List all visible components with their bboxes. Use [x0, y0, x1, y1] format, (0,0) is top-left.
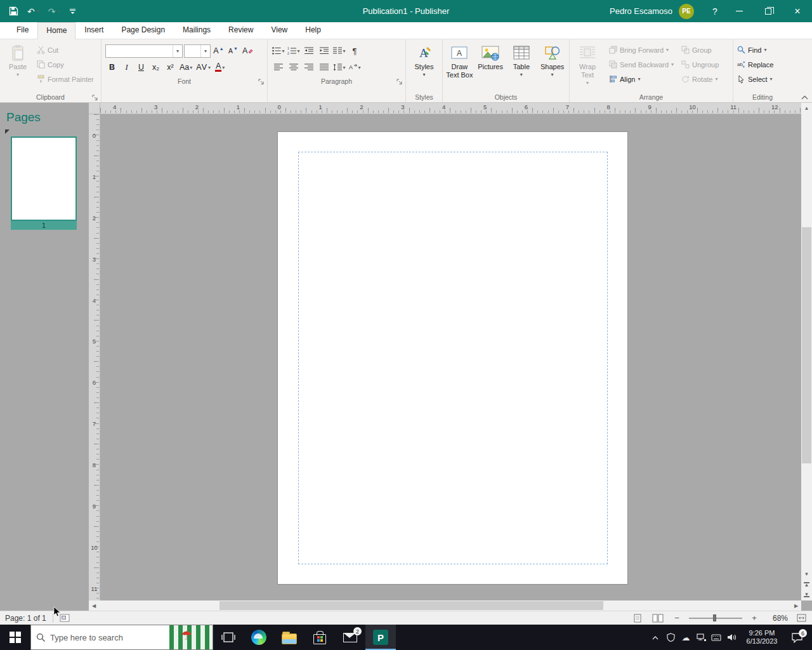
character-spacing-button[interactable]: AV▾: [195, 61, 212, 74]
ribbon-tab[interactable]: File: [8, 22, 37, 39]
zoom-in-button[interactable]: +: [749, 613, 760, 624]
find-button[interactable]: Find▾: [735, 43, 776, 56]
format-painter-button[interactable]: Format Painter: [34, 72, 96, 86]
scroll-left-button[interactable]: ◀: [89, 600, 99, 611]
styles-dropdown-icon[interactable]: ▾: [422, 71, 425, 79]
hidden-icons-chevron[interactable]: [648, 625, 663, 650]
decrease-indent-button[interactable]: [302, 44, 316, 58]
table-dropdown-icon[interactable]: ▾: [520, 71, 523, 79]
increase-indent-button[interactable]: [317, 44, 331, 58]
pages-collapse-arrow[interactable]: [5, 129, 10, 134]
copy-button[interactable]: Copy: [34, 58, 96, 71]
paragraph-dialog-launcher[interactable]: [396, 79, 403, 85]
two-page-spread-view-button[interactable]: [651, 613, 665, 624]
align-left-button[interactable]: [272, 61, 285, 74]
paste-button[interactable]: Paste ▾: [1, 41, 34, 90]
font-name-dropdown-icon[interactable]: ▾: [173, 45, 182, 57]
customize-quick-access-button[interactable]: [69, 8, 76, 15]
restore-button[interactable]: [754, 0, 783, 22]
redo-button[interactable]: ↷▾: [48, 6, 60, 17]
draw-text-box-button[interactable]: A Draw Text Box: [444, 41, 475, 90]
ribbon-tab[interactable]: Page Design: [112, 22, 174, 39]
search-highlight-image[interactable]: ☂: [169, 625, 213, 649]
redo-dropdown-icon[interactable]: ▾: [57, 8, 60, 14]
keyboard-icon[interactable]: [709, 625, 724, 650]
collapse-ribbon-button[interactable]: [801, 95, 808, 100]
underline-button[interactable]: U: [134, 61, 148, 74]
next-page-button[interactable]: ▼: [801, 590, 812, 600]
line-spacing-button[interactable]: ▾: [332, 61, 346, 74]
align-button[interactable]: Align▾: [606, 72, 676, 86]
undo-dropdown-icon[interactable]: ▾: [37, 8, 39, 14]
shapes-button[interactable]: Shapes ▾: [537, 41, 568, 90]
font-color-button[interactable]: A▾: [213, 61, 226, 74]
undo-button[interactable]: ↶▾: [27, 6, 39, 17]
zoom-slider-thumb[interactable]: [713, 614, 716, 621]
special-characters-button[interactable]: ¶: [348, 44, 362, 58]
taskbar-publisher-button[interactable]: P: [365, 625, 396, 650]
pictures-button[interactable]: Pictures: [475, 41, 506, 90]
taskbar-edge-button[interactable]: [244, 625, 274, 650]
ribbon-tab[interactable]: Insert: [75, 22, 112, 39]
bring-forward-button[interactable]: Bring Forward▾: [606, 43, 676, 56]
cut-button[interactable]: Cut: [34, 43, 96, 56]
ribbon-tab[interactable]: Review: [219, 22, 262, 39]
superscript-button[interactable]: x²: [164, 61, 177, 74]
select-button[interactable]: Select▾: [735, 72, 776, 86]
search-input[interactable]: [50, 633, 169, 642]
ribbon-tab[interactable]: Mailings: [174, 22, 219, 39]
taskbar-clock[interactable]: 9:26 PM 6/13/2023: [739, 629, 785, 646]
scroll-up-button[interactable]: ▲: [801, 103, 812, 113]
clear-formatting-button[interactable]: A: [241, 44, 254, 58]
italic-button[interactable]: I: [120, 61, 133, 74]
replace-button[interactable]: ab Replace: [735, 58, 776, 71]
zoom-slider[interactable]: [689, 618, 742, 619]
page-1-thumbnail[interactable]: [11, 136, 77, 221]
close-button[interactable]: ×: [783, 0, 812, 22]
zoom-out-button[interactable]: −: [671, 613, 683, 624]
vertical-scrollbar[interactable]: ▲ ▼ ▲ ▼: [801, 103, 812, 600]
previous-page-button[interactable]: ▲: [801, 579, 812, 590]
text-direction-button[interactable]: A▾: [348, 61, 362, 74]
network-icon[interactable]: [693, 625, 709, 650]
page-indicator[interactable]: Page: 1 of 1: [5, 614, 46, 623]
account-avatar[interactable]: PE: [679, 4, 694, 19]
security-shield-icon[interactable]: [663, 625, 678, 650]
bold-button[interactable]: B: [105, 61, 119, 74]
scroll-down-button[interactable]: ▼: [801, 569, 812, 579]
change-case-button[interactable]: Aa▾: [178, 61, 193, 74]
onedrive-cloud-icon[interactable]: ☁: [678, 625, 693, 650]
page-1-thumbnail-number[interactable]: 1: [11, 221, 77, 230]
shrink-font-button[interactable]: A▼: [226, 44, 240, 58]
numbering-button[interactable]: 12▾: [287, 44, 301, 58]
taskbar-store-button[interactable]: [304, 625, 335, 650]
horizontal-scroll-thumb[interactable]: [219, 601, 603, 610]
taskbar-search[interactable]: ☂: [30, 625, 213, 650]
justify-button[interactable]: [317, 61, 331, 74]
horizontal-scrollbar[interactable]: ◀ ▶: [89, 600, 801, 611]
save-button[interactable]: [9, 6, 18, 16]
shapes-dropdown-icon[interactable]: ▾: [551, 71, 554, 79]
send-backward-button[interactable]: Send Backward▾: [606, 58, 676, 71]
font-name-select[interactable]: ▾: [105, 44, 183, 58]
grow-font-button[interactable]: A▲: [212, 44, 225, 58]
clipboard-dialog-launcher[interactable]: [92, 95, 98, 101]
group-button[interactable]: Group: [679, 43, 721, 56]
font-size-dropdown-icon[interactable]: ▾: [200, 45, 210, 57]
ribbon-tab[interactable]: Help: [296, 22, 330, 39]
ribbon-tab[interactable]: Home: [37, 22, 75, 39]
action-center-button[interactable]: 6: [785, 625, 809, 650]
align-center-button[interactable]: [287, 61, 301, 74]
minimize-button[interactable]: [724, 0, 754, 22]
zoom-percentage[interactable]: 68%: [766, 614, 788, 623]
volume-icon[interactable]: [724, 625, 739, 650]
taskbar-mail-button[interactable]: 2: [335, 625, 365, 650]
bullets-button[interactable]: ▾: [272, 44, 285, 58]
table-button[interactable]: Table ▾: [506, 41, 537, 90]
subscript-button[interactable]: x₂: [149, 61, 162, 74]
vertical-scroll-thumb[interactable]: [802, 227, 811, 463]
scroll-right-button[interactable]: ▶: [791, 600, 801, 611]
columns-button[interactable]: ▾: [332, 44, 346, 58]
fit-page-button[interactable]: [794, 613, 808, 624]
ungroup-button[interactable]: Ungroup: [679, 58, 721, 71]
